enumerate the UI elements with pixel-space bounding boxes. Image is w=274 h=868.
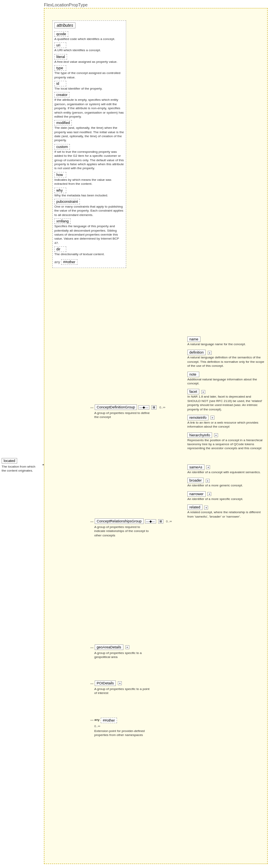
elem-sameas: sameAs + An identifier of a concept with…	[187, 464, 265, 474]
elem-related-desc: A related concept, where the relationshi…	[187, 510, 265, 519]
elem-related: related + A related concept, where the r…	[187, 504, 265, 519]
attr-custom: custom If set to true the corresponding …	[54, 144, 124, 171]
attr-qcode-desc: A qualified code which identifies a conc…	[54, 37, 124, 41]
any-other-bottom-label: ##other	[101, 718, 117, 723]
concept-def-mult: 0..∞	[159, 406, 165, 409]
hierarchyinfo-plus: +	[214, 433, 218, 437]
attr-uri: uri A URI which identifies a concept.	[54, 42, 124, 52]
attr-creator-desc: If the attribute is empty, specifies whi…	[54, 98, 124, 119]
attributes-section: attributes qcode A qualified code which …	[52, 20, 126, 268]
attr-why-box: why	[54, 188, 66, 193]
attr-pubconstraint-box: pubconstraint	[54, 199, 80, 204]
attr-creator: creator If the attribute is empty, speci…	[54, 92, 124, 119]
attr-creator-box: creator	[54, 92, 69, 98]
attr-custom-desc: If set to true the corresponding propert…	[54, 150, 124, 171]
attr-custom-box: custom	[54, 144, 70, 150]
elem-sameas-box: sameAs	[187, 464, 205, 470]
facet-plus: +	[201, 390, 205, 394]
attr-type: type The type of the concept assigned as…	[54, 65, 124, 80]
elem-remoteinfo-box: remoteInfo	[187, 415, 208, 420]
right-elements-top: name A natural language name for the con…	[187, 336, 265, 454]
attr-dir-box: dir	[54, 246, 66, 252]
located-box: located	[2, 458, 17, 464]
elem-definition: definition + A natural language definiti…	[187, 350, 265, 368]
elem-sameas-desc: An identifier of a concept with equivale…	[187, 470, 265, 474]
attributes-label: attributes	[54, 22, 75, 28]
elem-note: note Additional natural language informa…	[187, 372, 265, 386]
attr-qcode: qcode A qualified code which identifies …	[54, 31, 124, 41]
elem-hierarchyinfo-box: hierarchyInfo	[187, 432, 212, 438]
any-other-bottom-mult: 0..∞	[94, 724, 100, 728]
concept-rel-group-section: — ConceptRelationshipsGroup —◆— ⊞ 0..∞ A…	[90, 518, 172, 538]
attr-literal: literal A free-text value assigned as pr…	[54, 54, 124, 64]
attr-id-box: id	[54, 81, 66, 86]
elem-related-box: related	[187, 504, 203, 510]
attr-dir: dir The directionality of textual conten…	[54, 246, 124, 256]
located-desc: The location from which the content orig…	[2, 465, 40, 473]
attr-why-desc: Why the metadata has been included.	[54, 194, 124, 198]
elem-remoteinfo-desc: A link to an item or a web resource whic…	[187, 421, 265, 429]
geo-area-section: — geoAreaDetails + A group of properties…	[90, 644, 150, 660]
attr-literal-box: literal	[54, 54, 67, 60]
attr-xmllang-box: xmllang	[54, 218, 71, 224]
any-other-bottom-section: — any ##other 0..∞ Extension point for p…	[90, 716, 150, 738]
attr-type-desc: The type of the concept assigned as cont…	[54, 71, 124, 80]
attr-xmllang-desc: Specifies the language of this property …	[54, 224, 124, 245]
definition-plus: +	[208, 351, 212, 355]
attributes-title: attributes	[54, 22, 124, 30]
elem-definition-box: definition	[187, 350, 206, 355]
elem-facet-box: facet	[187, 389, 199, 394]
elem-narrower-desc: An identifier of a more specific concept…	[187, 497, 265, 501]
elem-hierarchyinfo: hierarchyInfo + Represents the position …	[187, 432, 265, 451]
attr-how-desc: Indicates by which means the value was e…	[54, 178, 124, 186]
attr-how: how Indicates by which means the value w…	[54, 172, 124, 186]
elem-narrower-box: narrower	[187, 491, 206, 497]
geo-area-label: geoAreaDetails	[95, 644, 123, 650]
attr-uri-box: uri	[54, 42, 66, 48]
attr-modified: modified The date (and, optionally, the …	[54, 120, 124, 143]
concept-def-group-label: ConceptDefinitionGroup	[95, 404, 137, 410]
related-plus: +	[204, 506, 208, 510]
elem-remoteinfo: remoteInfo + A link to an item or a web …	[187, 415, 265, 429]
attr-uri-desc: A URI which identifies a concept.	[54, 48, 124, 52]
attr-id-desc: The local identifier of the property.	[54, 87, 124, 91]
attr-literal-desc: A free-text value assigned as property v…	[54, 60, 124, 64]
poi-plus: +	[118, 681, 122, 685]
right-elements-bottom: sameAs + An identifier of a concept with…	[187, 464, 265, 522]
attr-how-box: how	[54, 172, 66, 178]
located-element: located The location from which the cont…	[2, 458, 40, 473]
remoteinfo-plus: +	[210, 416, 214, 420]
any-other-bottom-desc: Extension point for provider-defined pro…	[94, 729, 150, 738]
concept-rel-mult: 0..∞	[166, 520, 172, 523]
concept-def-group-desc: A group of properties required to define…	[94, 411, 150, 420]
attr-any-other: any ##other	[54, 258, 124, 265]
attr-pubconstraint-desc: One or many constraints that apply to pu…	[54, 205, 124, 217]
elem-hierarchyinfo-desc: Represents the position of a concept in …	[187, 438, 265, 451]
attr-any-other-box: ##other	[61, 259, 77, 265]
concept-def-group-section: — ConceptDefinitionGroup —◆— ⊞ 0..∞ A gr…	[90, 404, 165, 420]
attr-xmllang: xmllang Specifies the language of this p…	[54, 218, 124, 245]
diagram-container: FlexLocationPropType	[0, 0, 274, 868]
broader-plus: +	[206, 479, 210, 483]
main-box: attributes qcode A qualified code which …	[44, 8, 268, 864]
concept-rel-group-desc: A group of properties required to indica…	[94, 525, 150, 538]
elem-note-desc: Additional natural language information …	[187, 378, 265, 386]
elem-note-box: note	[187, 372, 199, 377]
concept-rel-group-label: ConceptRelationshipsGroup	[95, 518, 144, 524]
attr-id: id The local identifier of the property.	[54, 81, 124, 91]
poi-label: POIDetails	[95, 680, 116, 686]
attr-modified-box: modified	[54, 120, 72, 126]
poi-section: — POIDetails + A group of properties spe…	[90, 680, 150, 696]
elem-name: name A natural language name for the con…	[187, 336, 265, 346]
poi-desc: A group of properties specific to a poin…	[94, 687, 150, 696]
attr-pubconstraint: pubconstraint One or many constraints th…	[54, 199, 124, 217]
elem-name-box: name	[187, 336, 201, 342]
attr-dir-desc: The directionality of textual content.	[54, 252, 124, 256]
elem-broader-desc: An identifier of a more generic concept.	[187, 484, 265, 488]
elem-broader: broader + An identifier of a more generi…	[187, 478, 265, 488]
elem-broader-box: broader	[187, 478, 204, 483]
attr-qcode-box: qcode	[54, 31, 68, 37]
diagram-title: FlexLocationPropType	[44, 2, 87, 7]
geo-area-desc: A group of properties specific to a geop…	[94, 651, 150, 660]
attr-why: why Why the metadata has been included.	[54, 188, 124, 198]
